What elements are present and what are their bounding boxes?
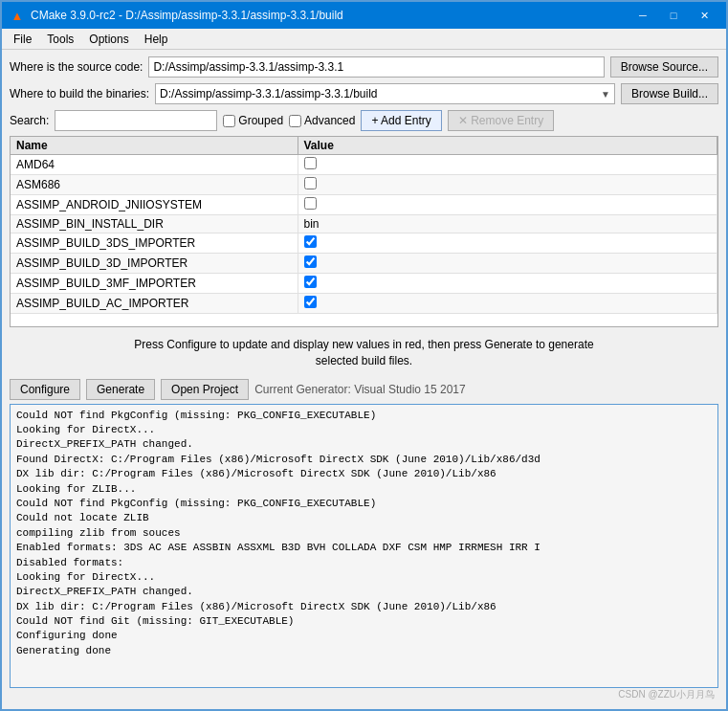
app-icon: ▲ — [10, 8, 25, 23]
log-line: Looking for DirectX... — [16, 570, 712, 585]
table-row[interactable]: AMD64 — [11, 155, 717, 175]
watermark: CSDN @ZZU小月月鸟 — [10, 688, 718, 703]
table-cell-name: ASSIMP_BUILD_AC_IMPORTER — [11, 294, 298, 314]
advanced-checkbox[interactable] — [289, 115, 301, 127]
entry-checkbox[interactable] — [304, 235, 317, 248]
action-btn-row: Configure Generate Open Project Current … — [10, 379, 718, 400]
log-line: DX lib dir: C:/Program Files (x86)/Micro… — [16, 600, 712, 614]
log-line: Could NOT find PkgConfig (missing: PKG_C… — [16, 497, 712, 511]
entry-checkbox[interactable] — [304, 197, 317, 210]
table-cell-name: ASM686 — [11, 175, 298, 195]
grouped-checkbox-label[interactable]: Grouped — [223, 114, 283, 127]
log-line: Generating done — [16, 644, 712, 658]
log-line: DirectX_PREFIX_PATH changed. — [16, 585, 712, 599]
table-row[interactable]: ASM686 — [11, 175, 717, 195]
col-header-value: Value — [298, 137, 717, 155]
open-project-button[interactable]: Open Project — [161, 379, 249, 400]
log-line: Disabled formats: — [16, 556, 712, 570]
configure-button[interactable]: Configure — [10, 379, 80, 400]
table-cell-name: AMD64 — [11, 155, 298, 175]
configure-hint: Press Configure to update and display ne… — [10, 331, 718, 375]
table-cell-name: ASSIMP_BUILD_3DS_IMPORTER — [11, 233, 298, 254]
source-input[interactable] — [148, 56, 604, 78]
titlebar: ▲ CMake 3.9.0-rc2 - D:/Assimp/assimp-3.3… — [2, 2, 726, 29]
entry-checkbox[interactable] — [304, 157, 317, 169]
minimize-button[interactable]: ─ — [629, 6, 657, 25]
table-cell-name: ASSIMP_BUILD_3D_IMPORTER — [11, 254, 298, 274]
log-line: Configuring done — [16, 629, 712, 643]
advanced-label: Advanced — [304, 114, 355, 127]
grouped-checkbox[interactable] — [223, 115, 235, 127]
browse-build-button[interactable]: Browse Build... — [621, 83, 718, 104]
log-area: Could NOT find PkgConfig (missing: PKG_C… — [10, 404, 718, 688]
window-title: CMake 3.9.0-rc2 - D:/Assimp/assimp-3.3.1… — [31, 9, 629, 22]
binaries-label: Where to build the binaries: — [10, 87, 149, 100]
table-cell-value — [298, 233, 717, 254]
source-label: Where is the source code: — [10, 60, 143, 74]
table-cell-value — [298, 155, 717, 175]
add-entry-button[interactable]: + Add Entry — [361, 110, 441, 131]
table-cell-value — [298, 274, 717, 294]
search-label: Search: — [10, 114, 49, 127]
log-wrapper: Could NOT find PkgConfig (missing: PKG_C… — [10, 404, 718, 703]
table-cell-name: ASSIMP_BUILD_3MF_IMPORTER — [11, 274, 298, 294]
content-area: Where is the source code: Browse Source.… — [2, 50, 726, 709]
entry-checkbox[interactable] — [304, 296, 317, 308]
search-row: Search: Grouped Advanced + Add Entry ✕ R… — [10, 109, 718, 132]
table-row[interactable]: ASSIMP_BIN_INSTALL_DIRbin — [11, 215, 717, 233]
table-cell-name: ASSIMP_ANDROID_JNIIOSYSTEM — [11, 195, 298, 215]
generator-label: Current Generator: Visual Studio 15 2017 — [254, 383, 466, 396]
app-window: ▲ CMake 3.9.0-rc2 - D:/Assimp/assimp-3.3… — [0, 0, 728, 711]
table-body: AMD64ASM686ASSIMP_ANDROID_JNIIOSYSTEMASS… — [11, 155, 717, 314]
configure-hint-line1: Press Configure to update and display ne… — [134, 338, 593, 351]
table-cell-value — [298, 254, 717, 274]
binaries-row: Where to build the binaries: D:/Assimp/a… — [10, 82, 718, 105]
entries-table: Name Value AMD64ASM686ASSIMP_ANDROID_JNI… — [11, 137, 717, 314]
binaries-combo[interactable]: D:/Assimp/assimp-3.3.1/assimp-3.3.1/buil… — [155, 83, 615, 104]
table-cell-value — [298, 175, 717, 195]
table-cell-value — [298, 294, 717, 314]
table-row[interactable]: ASSIMP_BUILD_AC_IMPORTER — [11, 294, 717, 314]
log-line: Enabled formats: 3DS AC ASE ASSBIN ASSXM… — [16, 541, 712, 555]
table-row[interactable]: ASSIMP_BUILD_3MF_IMPORTER — [11, 274, 717, 294]
maximize-button[interactable]: □ — [659, 6, 688, 25]
menu-item-file[interactable]: File — [6, 31, 39, 47]
log-line: Could NOT find PkgConfig (missing: PKG_C… — [16, 409, 712, 423]
log-line: Could NOT find Git (missing: GIT_EXECUTA… — [16, 614, 712, 629]
search-input[interactable] — [55, 110, 217, 131]
log-line: compiling zlib from souces — [16, 526, 712, 541]
table-cell-value: bin — [298, 215, 717, 233]
grouped-label: Grouped — [238, 114, 283, 127]
table-row[interactable]: ASSIMP_BUILD_3DS_IMPORTER — [11, 233, 717, 254]
table-cell-value — [298, 195, 717, 215]
log-line: DX lib dir: C:/Program Files (x86)/Micro… — [16, 467, 712, 481]
log-line: DirectX_PREFIX_PATH changed. — [16, 437, 712, 452]
log-line: Found DirectX: C:/Program Files (x86)/Mi… — [16, 453, 712, 467]
entry-checkbox[interactable] — [304, 256, 317, 268]
entry-checkbox[interactable] — [304, 177, 317, 189]
window-controls: ─ □ ✕ — [629, 6, 718, 25]
configure-hint-line2: selected build files. — [316, 354, 412, 367]
table-cell-name: ASSIMP_BIN_INSTALL_DIR — [11, 215, 298, 233]
log-line: Looking for ZLIB... — [16, 482, 712, 497]
browse-source-button[interactable]: Browse Source... — [610, 56, 718, 78]
menu-item-help[interactable]: Help — [137, 31, 176, 47]
log-line: Could not locate ZLIB — [16, 511, 712, 525]
menu-item-options[interactable]: Options — [81, 31, 136, 47]
remove-entry-button[interactable]: ✕ Remove Entry — [448, 110, 554, 131]
source-row: Where is the source code: Browse Source.… — [10, 56, 718, 78]
table-row[interactable]: ASSIMP_ANDROID_JNIIOSYSTEM — [11, 195, 717, 215]
menu-item-tools[interactable]: Tools — [39, 31, 81, 47]
log-line: Looking for DirectX... — [16, 423, 712, 437]
menubar: FileToolsOptionsHelp — [2, 29, 726, 50]
binaries-value: D:/Assimp/assimp-3.3.1/assimp-3.3.1/buil… — [160, 87, 601, 100]
close-button[interactable]: ✕ — [690, 6, 718, 25]
combo-arrow-icon: ▼ — [601, 89, 610, 100]
entries-table-container[interactable]: Name Value AMD64ASM686ASSIMP_ANDROID_JNI… — [10, 136, 718, 327]
entry-checkbox[interactable] — [304, 276, 317, 288]
advanced-checkbox-label[interactable]: Advanced — [289, 114, 355, 127]
generate-button[interactable]: Generate — [86, 379, 155, 400]
table-row[interactable]: ASSIMP_BUILD_3D_IMPORTER — [11, 254, 717, 274]
col-header-name: Name — [11, 137, 298, 155]
